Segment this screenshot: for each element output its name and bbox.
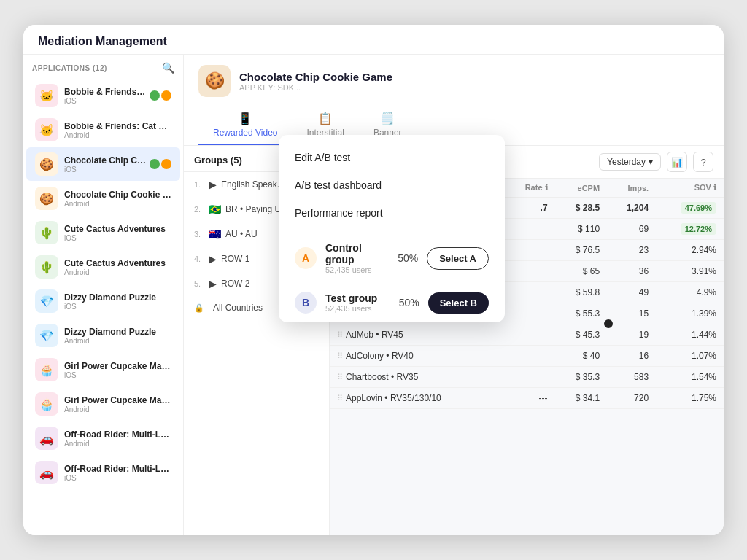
list-item[interactable]: 🌵 Cute Cactus Adventures iOS [26,216,180,249]
group-num: 4. [194,254,204,263]
app-platform: Android [64,440,171,448]
group-num: 2. [194,205,204,214]
cell-rate: --- [505,388,554,409]
col-imps: Imps. [607,179,656,198]
export-button[interactable]: 📊 [667,152,687,172]
search-button[interactable]: 🔍 [162,62,174,74]
cell-m: .7 [505,198,554,219]
app-icon: 🌵 [35,255,58,279]
cell-sov: 1.44% [656,324,724,346]
cell-imps: 49 [607,282,656,303]
list-item[interactable]: 🐱 Bobbie & Friends: Cat Life... iOS [26,79,180,112]
list-item[interactable]: 🧁 Girl Power Cupcake Maker iOS [26,353,180,386]
list-item[interactable]: 💎 Dizzy Diamond Puzzle Android [26,319,180,352]
app-icon: 🚗 [35,427,58,450]
list-item[interactable]: 💎 Dizzy Diamond Puzzle iOS [26,284,180,318]
app-icon: 💎 [35,289,58,313]
cell-ecpm: $ 34.1 [555,388,608,409]
group-flag: ▶ [209,278,217,289]
date-dropdown[interactable]: Yesterday ▾ [599,153,661,171]
list-item[interactable]: 🐱 Bobbie & Friends: Cat Life... Android [26,113,180,147]
test-group-name: Test group [325,292,390,304]
list-item[interactable]: 🚗 Off-Road Rider: Multi-Level... Android [26,421,180,455]
cell-sov: 1.07% [656,346,724,367]
col-rate: Rate ℹ [505,179,554,198]
group-flag: 🇦🇺 [209,228,221,240]
group-flag: ▶ [209,179,217,190]
content-area: 🍪 Chocolate Chip Cookie Game APP KEY: SD… [184,55,724,535]
context-menu-edit-ab[interactable]: Edit A/B test [279,144,505,171]
app-platform: Android [64,131,171,139]
select-a-button[interactable]: Select A [427,247,489,270]
cell-sov: 2.94% [656,240,724,261]
app-detail-icon: 🍪 [198,65,231,97]
cell-rate [505,346,554,367]
tab-rewarded-video[interactable]: 📱 Rewarded Video [198,106,293,145]
app-detail-name: Chocolate Chip Cookie Game [239,71,392,83]
app-badges [150,90,171,101]
app-name: Girl Power Cupcake Maker [64,361,171,371]
app-name: Cute Cactus Adventures [64,258,171,268]
drag-handle-icon: ⠿ [337,351,343,360]
cell-ecpm: $ 110 [555,219,608,240]
divider [279,230,505,230]
sov-badge: 47.69% [681,202,716,214]
group-flag: ▶ [209,253,217,265]
app-icon: 🐱 [35,118,58,141]
app-info: Off-Road Rider: Multi-Level... iOS [64,464,171,482]
cell-name: ⠿AppLovin • RV35/130/10 [330,388,505,409]
cell-rate [505,303,554,324]
cell-rate [505,324,554,346]
cell-ecpm: $ 40 [555,346,608,367]
cell-rate [505,219,554,240]
cell-ecpm: $ 65 [555,261,608,282]
test-group-users: 52,435 users [325,304,390,313]
cell-imps: 1,204 [607,198,656,219]
ab-info: Test group 52,435 users [325,292,390,313]
app-info: Bobbie & Friends: Cat Life... Android [64,121,171,139]
cell-rate [505,240,554,261]
list-item[interactable]: 🌵 Cute Cactus Adventures Android [26,250,180,284]
sidebar-top: APPLICATIONS (12) 🔍 [23,55,183,78]
app-detail-info: Chocolate Chip Cookie Game APP KEY: SDK.… [239,71,392,92]
cell-sov: 1.39% [656,303,724,324]
app-name: Dizzy Diamond Puzzle [64,327,171,337]
cell-imps: 36 [607,261,656,282]
cell-imps: 16 [607,346,656,367]
app-icon: 💎 [35,324,58,347]
cell-ecpm: $ 28.5 [555,198,608,219]
list-item[interactable]: 🍪 Chocolate Chip Cookie Game Android [26,182,180,215]
cell-sov: 3.91% [656,261,724,282]
app-info: Cute Cactus Adventures Android [64,258,171,276]
context-menu-ab-dashboard[interactable]: A/B test dashboard [279,171,505,199]
chevron-down-icon: ▾ [649,157,653,167]
table-row: ⠿Chartboost • RV35 $ 35.3 583 1.54% [330,367,724,388]
group-num: 1. [194,180,204,189]
table-row: ⠿AppLovin • RV35/130/10 --- $ 34.1 720 1… [330,388,724,409]
app-icon: 🧁 [35,392,58,416]
list-item[interactable]: 🧁 Girl Power Cupcake Maker Android [26,387,180,421]
context-menu-performance-report[interactable]: Performance report [279,199,505,227]
badge-green [150,159,160,169]
app-platform: iOS [64,166,147,174]
app-info: Girl Power Cupcake Maker iOS [64,361,171,379]
table-row: ⠿AdMob • RV45 $ 45.3 19 1.44% [330,324,724,346]
control-group-pct: 50% [398,252,418,264]
app-icon: 🧁 [35,358,58,381]
list-item[interactable]: 🚗 Off-Road Rider: Multi-Level... iOS [26,456,180,489]
cell-name: ⠿AdMob • RV45 [330,324,505,346]
col-ecpm: eCPM [555,179,608,198]
select-b-button[interactable]: Select B [428,292,489,314]
list-item[interactable]: 🍪 Chocolate Chip Cookie Game iOS [26,147,180,181]
app-icon: 🌵 [35,221,58,244]
cell-imps: 583 [607,367,656,388]
help-button[interactable]: ? [693,152,713,172]
ab-info: Control group 52,435 users [325,242,389,274]
lock-icon: 🔒 [194,303,204,313]
badge-orange [161,90,171,101]
app-platform: Android [64,200,171,208]
network-name: Chartboost • RV35 [346,372,418,382]
sidebar-section-label: APPLICATIONS (12) [32,64,107,72]
cell-rate [505,282,554,303]
app-icon: 🚗 [35,461,58,484]
